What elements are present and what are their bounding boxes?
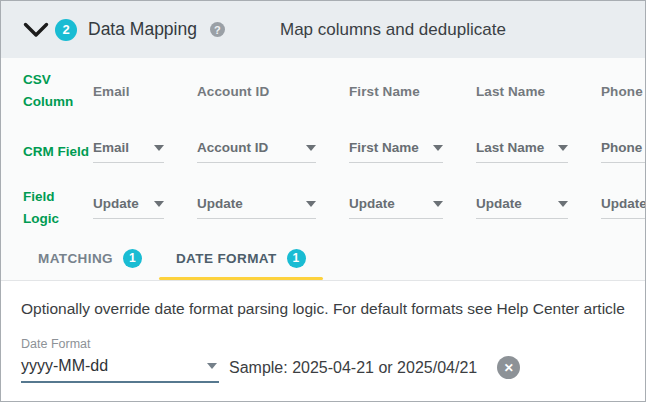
tab-bar: MATCHING 1 DATE FORMAT 1 bbox=[1, 236, 645, 281]
select-value: Phone N bbox=[601, 140, 646, 155]
csv-column-row: CSV Column Email Account ID First Name L… bbox=[1, 58, 645, 124]
csv-column-first-name: First Name bbox=[349, 84, 420, 99]
caret-down-icon bbox=[433, 201, 443, 207]
close-icon[interactable]: ✕ bbox=[497, 356, 520, 379]
select-value: Update bbox=[601, 196, 646, 211]
crm-field-select-phone[interactable]: Phone N bbox=[601, 140, 646, 163]
caret-down-icon bbox=[558, 145, 568, 151]
chevron-down-icon[interactable] bbox=[23, 22, 49, 38]
sample-text: Sample: 2025-04-21 or 2025/04/21 bbox=[229, 359, 477, 377]
field-logic-select-last-name[interactable]: Update bbox=[476, 196, 568, 219]
page-subtitle: Map columns and deduplicate bbox=[280, 20, 506, 40]
date-format-label: Date Format bbox=[21, 337, 645, 351]
section-header: 2 Data Mapping ? Map columns and dedupli… bbox=[1, 1, 645, 58]
select-value: Email bbox=[93, 140, 129, 155]
csv-column-phone: Phone N bbox=[601, 84, 646, 99]
date-format-field-row: yyyy-MM-dd Sample: 2025-04-21 or 2025/04… bbox=[21, 352, 645, 383]
select-value: First Name bbox=[349, 140, 419, 155]
csv-column-account-id: Account ID bbox=[197, 84, 269, 99]
csv-column-email: Email bbox=[93, 84, 130, 99]
field-logic-row: Field Logic Update Update Update Update … bbox=[1, 179, 645, 236]
date-format-panel: Optionally override date format parsing … bbox=[1, 300, 645, 383]
caret-down-icon bbox=[207, 363, 217, 369]
caret-down-icon bbox=[306, 201, 316, 207]
page-title: Data Mapping bbox=[88, 19, 197, 40]
row-label-crm-field: CRM Field bbox=[23, 141, 93, 163]
crm-field-select-last-name[interactable]: Last Name bbox=[476, 140, 568, 163]
field-logic-select-phone[interactable]: Update bbox=[601, 196, 646, 219]
tab-matching[interactable]: MATCHING 1 bbox=[21, 236, 159, 280]
caret-down-icon bbox=[558, 201, 568, 207]
caret-down-icon bbox=[433, 145, 443, 151]
date-format-count-badge: 1 bbox=[287, 249, 306, 268]
row-label-field-logic: Field Logic bbox=[23, 186, 93, 229]
select-value: Update bbox=[349, 196, 395, 211]
date-format-value: yyyy-MM-dd bbox=[21, 357, 108, 375]
tab-date-format[interactable]: DATE FORMAT 1 bbox=[159, 236, 323, 280]
crm-field-select-account-id[interactable]: Account ID bbox=[197, 140, 316, 163]
csv-column-last-name: Last Name bbox=[476, 84, 545, 99]
crm-field-row: CRM Field Email Account ID First Name La… bbox=[1, 124, 645, 179]
date-format-input[interactable]: yyyy-MM-dd bbox=[21, 352, 219, 383]
date-format-description: Optionally override date format parsing … bbox=[21, 300, 645, 318]
caret-down-icon bbox=[154, 201, 164, 207]
tab-label: MATCHING bbox=[38, 251, 113, 266]
select-value: Update bbox=[476, 196, 522, 211]
row-label-csv-column: CSV Column bbox=[23, 69, 93, 112]
crm-field-select-email[interactable]: Email bbox=[93, 140, 164, 163]
select-value: Last Name bbox=[476, 140, 544, 155]
field-logic-select-account-id[interactable]: Update bbox=[197, 196, 316, 219]
field-logic-select-first-name[interactable]: Update bbox=[349, 196, 443, 219]
step-count-badge: 2 bbox=[55, 19, 77, 41]
tab-label: DATE FORMAT bbox=[176, 251, 277, 266]
mapping-table: CSV Column Email Account ID First Name L… bbox=[1, 58, 645, 281]
help-icon[interactable]: ? bbox=[210, 22, 225, 37]
matching-count-badge: 1 bbox=[123, 249, 142, 268]
crm-field-select-first-name[interactable]: First Name bbox=[349, 140, 443, 163]
select-value: Update bbox=[197, 196, 243, 211]
caret-down-icon bbox=[306, 145, 316, 151]
data-mapping-panel: 2 Data Mapping ? Map columns and dedupli… bbox=[0, 0, 646, 402]
field-logic-select-email[interactable]: Update bbox=[93, 196, 164, 219]
caret-down-icon bbox=[154, 145, 164, 151]
select-value: Account ID bbox=[197, 140, 268, 155]
select-value: Update bbox=[93, 196, 139, 211]
